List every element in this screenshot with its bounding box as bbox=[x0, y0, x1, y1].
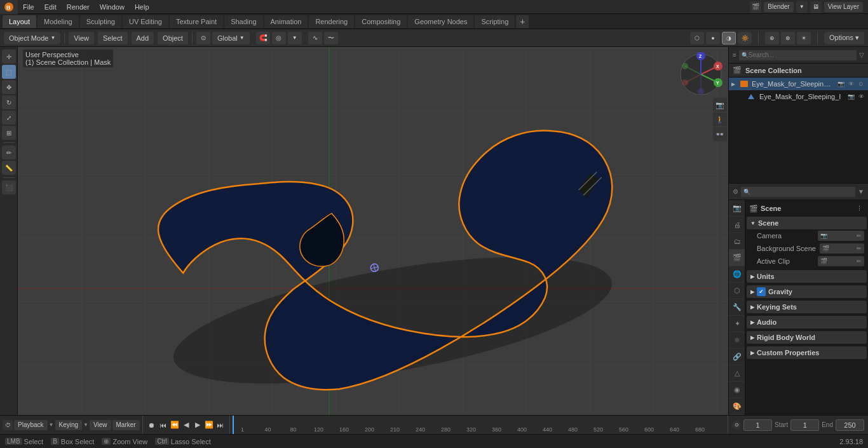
scene-selector-arrow[interactable]: ▼ bbox=[796, 1, 808, 13]
active-clip-value[interactable]: 🎬 ✏ bbox=[818, 256, 864, 266]
view-layer-selector[interactable]: View Layer bbox=[824, 2, 863, 12]
timeline-btn[interactable]: 〜 bbox=[324, 32, 338, 44]
custom-props-header[interactable]: ▶ Custom Properties bbox=[747, 346, 867, 359]
select-tool-btn[interactable]: ⬚ bbox=[2, 65, 16, 79]
step-fwd-btn[interactable]: ⏩ bbox=[204, 420, 214, 430]
scale-tool-btn[interactable]: ⤢ bbox=[2, 111, 16, 125]
tab-modeling[interactable]: Modeling bbox=[37, 15, 79, 28]
jump-start-btn[interactable]: ⏮ bbox=[158, 420, 168, 430]
scene-section-header[interactable]: ▼ Scene bbox=[747, 217, 867, 229]
measure-tool-btn[interactable]: 📏 bbox=[2, 161, 16, 175]
timeline-ruler[interactable]: 1 40 80 120 160 200 210 240 280 320 360 … bbox=[230, 416, 728, 434]
tab-texture-paint[interactable]: Texture Paint bbox=[170, 15, 223, 28]
annotate-tool-btn[interactable]: ✏ bbox=[2, 146, 16, 160]
add-menu-btn[interactable]: Add bbox=[132, 32, 154, 44]
keying-menu[interactable]: Keying bbox=[55, 420, 83, 430]
navigation-gizmo[interactable]: X Y Z bbox=[679, 52, 723, 97]
restrict-viewport-btn-2[interactable]: 👁 bbox=[857, 92, 865, 101]
transform-tool-btn[interactable]: ⊞ bbox=[2, 126, 16, 140]
bg-scene-edit-icon[interactable]: ✏ bbox=[857, 245, 862, 252]
tab-sculpting[interactable]: Sculpting bbox=[80, 15, 121, 28]
gravity-checkbox[interactable]: ✓ bbox=[757, 287, 766, 296]
prop-tab-scene[interactable]: 🎬 bbox=[729, 250, 745, 266]
menu-help[interactable]: Help bbox=[130, 0, 154, 14]
cursor-tool-btn[interactable]: ✛ bbox=[2, 50, 16, 64]
tab-animation[interactable]: Animation bbox=[264, 15, 308, 28]
audio-section-header[interactable]: ▶ Audio bbox=[747, 316, 867, 329]
camera-prop-value[interactable]: 📷 ✏ bbox=[818, 231, 864, 241]
outliner-item-mask-mesh[interactable]: Eye_Mask_for_Sleeping_I 📷 👁 bbox=[729, 90, 868, 103]
camera-view-btn[interactable]: 📷 bbox=[713, 98, 727, 112]
menu-file[interactable]: File bbox=[18, 0, 39, 14]
marker-menu[interactable]: Marker bbox=[112, 420, 140, 430]
restrict-render-btn-1[interactable]: 📷 bbox=[836, 79, 845, 88]
prop-tab-material[interactable]: ◉ bbox=[729, 382, 745, 398]
add-workspace-button[interactable]: + bbox=[516, 15, 529, 28]
blender-logo[interactable]: B bbox=[0, 0, 18, 14]
prop-tab-view-layer[interactable]: 🗂 bbox=[729, 233, 745, 250]
prop-tab-object-data[interactable]: △ bbox=[729, 365, 745, 382]
tab-rendering[interactable]: Rendering bbox=[309, 15, 354, 28]
restrict-viewport-btn-1[interactable]: 👁 bbox=[846, 79, 855, 88]
vr-btn[interactable]: 👓 bbox=[713, 127, 727, 141]
move-tool-btn[interactable]: ✥ bbox=[2, 80, 16, 94]
menu-edit[interactable]: Edit bbox=[39, 0, 62, 14]
play-btn[interactable]: ▶ bbox=[193, 420, 203, 430]
xray-btn[interactable]: ☀ bbox=[797, 32, 811, 44]
menu-window[interactable]: Window bbox=[95, 0, 130, 14]
record-btn[interactable]: ⏺ bbox=[147, 420, 157, 430]
keying-sets-header[interactable]: ▶ Keying Sets bbox=[747, 301, 867, 313]
active-clip-edit-icon[interactable]: ✏ bbox=[857, 258, 862, 264]
menu-render[interactable]: Render bbox=[62, 0, 95, 14]
outliner-filter-btn[interactable]: ▽ bbox=[859, 51, 864, 58]
scene-prop-options[interactable]: ⋮ bbox=[854, 203, 864, 214]
properties-search[interactable]: 🔍 bbox=[741, 187, 855, 197]
timecode-toggle[interactable]: ⊙ bbox=[732, 421, 741, 430]
tab-compositing[interactable]: Compositing bbox=[355, 15, 407, 28]
select-menu-btn[interactable]: Select bbox=[98, 32, 128, 44]
prop-tab-constraints[interactable]: 🔗 bbox=[729, 349, 745, 365]
walkthrough-btn[interactable]: 🚶 bbox=[713, 112, 727, 126]
playback-menu[interactable]: Playback bbox=[14, 420, 48, 430]
current-frame-field[interactable]: 1 bbox=[743, 419, 772, 431]
jump-end-btn[interactable]: ⏭ bbox=[215, 420, 226, 430]
timeline-view-menu[interactable]: View bbox=[90, 420, 111, 430]
tab-layout[interactable]: Layout bbox=[3, 15, 36, 28]
timeline-editor-icon[interactable]: ⏱ bbox=[3, 420, 13, 430]
show-gizmo-btn[interactable]: ⊕ bbox=[765, 32, 779, 44]
outliner-item-mask-collection[interactable]: ▶ Eye_Mask_for_Sleeping_Blue 📷 👁 ⊙ bbox=[729, 78, 868, 90]
view-menu-btn[interactable]: View bbox=[69, 32, 94, 44]
step-back-btn[interactable]: ⏪ bbox=[170, 420, 180, 430]
outliner-search-input[interactable] bbox=[749, 51, 854, 58]
tab-shading[interactable]: Shading bbox=[224, 15, 262, 28]
tab-geometry-nodes[interactable]: Geometry Nodes bbox=[408, 15, 473, 28]
camera-edit-icon[interactable]: ✏ bbox=[857, 233, 862, 239]
prop-tab-texture[interactable]: 🎨 bbox=[729, 398, 745, 415]
add-object-tool-btn[interactable]: ⬛ bbox=[2, 180, 16, 194]
prop-tab-modifier[interactable]: 🔧 bbox=[729, 299, 745, 316]
3d-viewport[interactable]: User Perspective (1) Scene Collection | … bbox=[18, 47, 728, 415]
prop-tab-render[interactable]: 📷 bbox=[729, 200, 745, 217]
tab-uv-editing[interactable]: UV Editing bbox=[123, 15, 168, 28]
snap-btn[interactable]: 🧲 bbox=[256, 32, 270, 44]
properties-filter-btn[interactable]: ▼ bbox=[858, 188, 864, 195]
viewport-shading-material-btn[interactable]: ◑ bbox=[722, 32, 736, 44]
show-overlays-btn[interactable]: ⊗ bbox=[781, 32, 795, 44]
proportional-edit-type-btn[interactable]: ▼ bbox=[288, 32, 302, 44]
gravity-section-header[interactable]: ▶ ✓ Gravity bbox=[747, 285, 867, 298]
prop-tab-output[interactable]: 🖨 bbox=[729, 217, 745, 233]
outliner-search-box[interactable]: 🔍 bbox=[739, 50, 857, 60]
transform-orientation-btn[interactable]: Global ▼ bbox=[212, 32, 250, 44]
tab-scripting[interactable]: Scripting bbox=[475, 15, 515, 28]
restrict-select-btn-1[interactable]: ⊙ bbox=[857, 79, 865, 88]
rigid-body-header[interactable]: ▶ Rigid Body World bbox=[747, 331, 867, 344]
viewport-shading-solid-btn[interactable]: ● bbox=[706, 32, 720, 44]
units-section-header[interactable]: ▶ Units bbox=[747, 270, 867, 283]
viewport-shading-wire-btn[interactable]: ⬡ bbox=[690, 32, 704, 44]
fcurve-btn[interactable]: ∿ bbox=[308, 32, 322, 44]
end-frame-field[interactable]: 250 bbox=[836, 419, 864, 431]
object-menu-btn[interactable]: Object bbox=[158, 32, 188, 44]
bg-scene-value[interactable]: 🎬 ✏ bbox=[820, 243, 864, 254]
play-back-btn[interactable]: ◀ bbox=[181, 420, 191, 430]
transform-pivot-btn[interactable]: ⊙ bbox=[196, 32, 210, 44]
